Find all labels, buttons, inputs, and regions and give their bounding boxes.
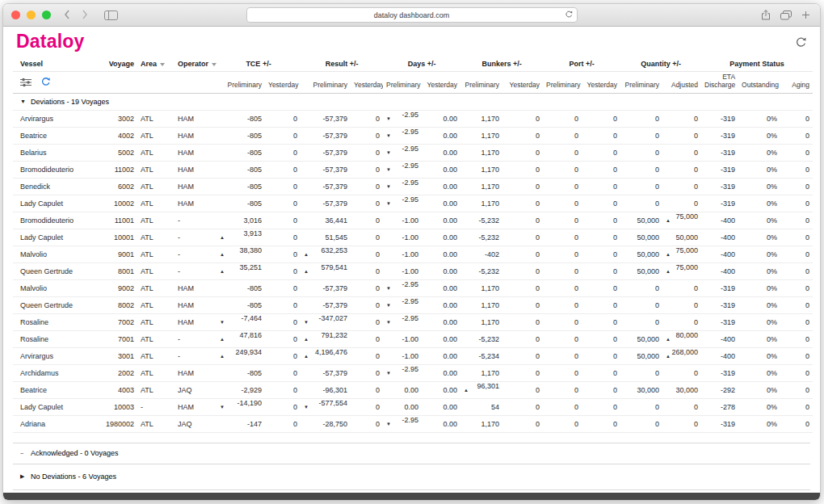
filter-icon[interactable] [160,63,165,66]
up-arrow-icon: ▲ [304,348,309,364]
new-tab-icon[interactable] [801,10,810,19]
table-row[interactable]: Lady Capulet10003-HAM▼-14,1900▼-577,5540… [13,398,813,415]
cell-result-yesterday: 0 [351,262,383,279]
filter-icon[interactable] [212,63,217,66]
cell-tce-preliminary: -805 [217,110,265,127]
cell-result-yesterday: 0 [351,161,383,178]
table-row[interactable]: Rosaline7002ATLHAM▼-7,4640▼-347,0270▼-2.… [13,313,813,330]
column-group-bunkers[interactable]: Bunkers +/- [460,56,543,72]
column-subheader[interactable]: Preliminary [383,72,422,94]
table-row[interactable]: Bromodideuterio11001ATL-3,016036,4410-1.… [13,212,813,229]
table-row[interactable]: Malvolio9002ATLHAM-8050-57,3790▼-2.950.0… [13,279,813,296]
cell-port-preliminary: 0 [543,110,582,127]
address-bar[interactable]: dataloy dashboard.com [246,7,578,23]
column-group-voyage[interactable]: Voyage [90,56,137,72]
forward-icon[interactable] [82,8,88,23]
zoom-window-button[interactable] [42,10,51,19]
cell-days-yesterday: 0.00 [422,262,460,279]
column-subheader[interactable]: Preliminary [460,72,502,94]
cell-result-preliminary: ▲632,253 [301,246,351,262]
column-group-tce[interactable]: TCE +/- [217,56,301,72]
column-group-vessel[interactable]: Vessel [13,56,90,72]
sidebar-toggle-icon[interactable] [104,10,118,20]
cell-quantity-adjusted: 0 [662,364,701,381]
column-subheader[interactable]: Preliminary [543,72,582,94]
cell-bunkers-preliminary: 1,170 [460,313,502,330]
tab-overview-icon[interactable] [780,10,792,20]
column-subheader[interactable]: Preliminary [301,72,351,94]
table-row[interactable]: Queen Gertrude8002ATLHAM-8050-57,3790▼-2… [13,296,813,313]
table-row[interactable]: Beatrice4003ATLJAQ-2,9290-96,30100.000.0… [13,381,813,398]
column-subheader[interactable]: Preliminary [620,72,662,94]
section-header-no-deviations[interactable]: ▶No Deviations - 6 Voyages [13,464,810,490]
column-subheader[interactable]: Yesterday [582,72,620,94]
column-group-area[interactable]: Area [137,56,174,72]
column-subheader[interactable]: Yesterday [502,72,543,94]
table-row[interactable]: Archidamus2002ATLHAM-8050-57,3790▼-2.950… [13,364,813,381]
refresh-table-icon[interactable] [40,77,51,90]
table-row[interactable]: Arvirargus3001ATL-▲249,9340▲4,196,4760-1… [13,347,813,364]
section-label-acknowledged: Acknowledged - 0 Voyages [31,449,119,457]
section-header-deviations[interactable]: ▼Deviations - 19 Voyages [13,93,813,110]
table-row[interactable]: Lady Capulet10002ATLHAM-8050-57,3790▼-2.… [13,195,813,212]
column-group-result[interactable]: Result +/- [301,56,383,72]
cell-days-yesterday: 0.00 [422,415,460,432]
cell-aging: 0 [780,296,813,313]
cell-tce-yesterday: 0 [265,296,301,313]
cell-area: ATL [137,144,174,161]
dataloy-logo[interactable]: Dataloy [16,32,84,51]
table-row[interactable]: Lady Capulet10001ATL-▲3,913051,5450-1.00… [13,229,813,246]
table-row[interactable]: Adriana1980002ATLJAQ-1470-28,7500▼-2.950… [13,415,813,432]
reload-icon[interactable] [565,10,574,19]
column-subheader[interactable]: Outstanding [738,72,780,94]
cell-bunkers-yesterday: 0 [502,347,543,364]
column-group-quantity[interactable]: Quantity +/- [620,56,701,72]
table-row[interactable]: Beatrice4002ATLHAM-8050-57,3790▼-2.950.0… [13,127,813,144]
cell-port-yesterday: 0 [582,347,620,364]
cell-days-preliminary: -1.00 [383,347,422,364]
column-group-operator[interactable]: Operator [174,56,217,72]
table-row[interactable]: Bromodideuterio11002ATLHAM-8050-57,3790▼… [13,161,813,178]
cell-eta-discharge: -278 [701,398,738,415]
column-subheader[interactable]: Preliminary [217,72,265,94]
column-subheader[interactable]: Yesterday [265,72,301,94]
table-row[interactable]: Arvirargus3002ATLHAM-8050-57,3790▼-2.950… [13,110,813,127]
cell-eta-discharge: -400 [701,246,738,262]
column-subheader[interactable]: ETA Discharge [701,72,738,94]
refresh-dashboard-icon[interactable] [795,36,807,48]
cell-days-preliminary: -1.00 [383,246,422,262]
table-row[interactable]: Belarius5002ATLHAM-8050-57,3790▼-2.950.0… [13,144,813,161]
column-subheader[interactable]: Yesterday [351,72,383,94]
share-icon[interactable] [761,10,771,20]
cell-result-preliminary: -57,379 [301,127,351,144]
column-subheader[interactable]: Yesterday [422,72,460,94]
cell-vessel: Rosaline [13,313,90,330]
close-window-button[interactable] [11,10,20,19]
table-row[interactable]: Malvolio9001ATL-▲38,3800▲632,2530-1.000.… [13,246,813,262]
cell-result-preliminary: -96,301 [301,381,351,398]
column-subheader[interactable]: Adjusted [662,72,701,94]
cell-operator: - [174,246,217,262]
column-group-days[interactable]: Days +/- [383,56,460,72]
table-row[interactable]: Rosaline7001ATL-▲47,8160▲791,2320-1.000.… [13,330,813,347]
table-row[interactable]: Queen Gertrude8001ATL-▲35,2510▲579,5410-… [13,262,813,279]
cell-quantity-preliminary: 50,000 [620,246,662,262]
cell-eta-discharge: -319 [701,144,738,161]
cell-days-yesterday: 0.00 [422,195,460,212]
table-row[interactable]: Benedick6002ATLHAM-8050-57,3790▼-2.950.0… [13,178,813,195]
cell-result-yesterday: 0 [351,398,383,415]
section-header-acknowledged[interactable]: −Acknowledged - 0 Voyages [13,443,810,464]
minimize-window-button[interactable] [27,10,36,19]
filter-settings-icon[interactable] [20,78,32,90]
cell-bunkers-yesterday: 0 [502,296,543,313]
cell-result-yesterday: 0 [351,144,383,161]
cell-bunkers-yesterday: 0 [502,364,543,381]
cell-outstanding: 0% [738,127,780,144]
cell-days-yesterday: 0.00 [422,296,460,313]
cell-voyage: 1980002 [90,415,137,432]
cell-port-yesterday: 0 [582,415,620,432]
column-group-port[interactable]: Port +/- [543,56,620,72]
column-subheader[interactable]: Aging [780,72,813,94]
column-group-payment-status[interactable]: Payment Status [701,56,813,72]
back-icon[interactable] [64,8,70,23]
